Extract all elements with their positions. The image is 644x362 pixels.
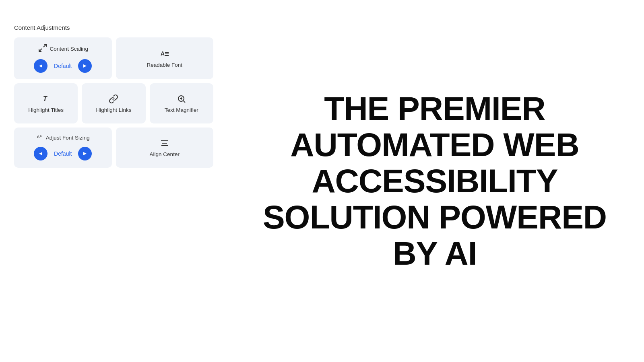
font-sizing-value: Default [54, 150, 72, 157]
hero-line3: ACCESSIBILITY [263, 163, 607, 199]
row3: A $ Adjust Font Sizing Default [14, 128, 213, 168]
content-scaling-header: Content Scaling [38, 43, 88, 54]
align-center-label: Align Center [150, 151, 180, 157]
hero-line4: SOLUTION POWERED [263, 199, 607, 235]
highlight-links-card[interactable]: Highlight Links [82, 83, 145, 123]
align-center-icon [160, 138, 169, 148]
svg-text:T: T [43, 95, 47, 102]
hero-line1: THE PREMIER [263, 90, 607, 127]
text-magnifier-label: Text Magnifier [165, 107, 198, 113]
row2: T Highlight Titles Highlight Links [14, 83, 213, 123]
highlight-titles-icon: T [41, 94, 51, 104]
section-title: Content Adjustments [14, 24, 213, 31]
align-center-card[interactable]: Align Center [116, 128, 214, 168]
font-sizing-decrement[interactable] [34, 147, 47, 160]
text-magnifier-icon [177, 94, 186, 104]
readable-font-card[interactable]: A Readable Font [116, 37, 214, 79]
content-scaling-controls: Default [21, 59, 105, 73]
content-scaling-increment[interactable] [78, 59, 92, 73]
right-panel: THE PREMIER AUTOMATED WEB ACCESSIBILITY … [225, 0, 644, 362]
highlight-titles-card[interactable]: T Highlight Titles [14, 83, 78, 123]
hero-text: THE PREMIER AUTOMATED WEB ACCESSIBILITY … [263, 90, 607, 272]
adjust-font-sizing-card: A $ Adjust Font Sizing Default [14, 128, 112, 168]
content-scaling-card: Content Scaling Default [14, 37, 112, 79]
content-scaling-label: Content Scaling [50, 46, 88, 52]
highlight-links-label: Highlight Links [96, 107, 132, 113]
svg-line-0 [43, 44, 46, 47]
left-panel: Content Adjustments Content Scaling [0, 0, 225, 192]
content-scaling-icon [38, 43, 47, 54]
svg-text:A: A [161, 50, 165, 57]
hero-line5: BY AI [263, 235, 607, 272]
svg-text:$: $ [40, 134, 42, 137]
svg-text:A: A [37, 134, 39, 139]
readable-font-icon: A [160, 49, 169, 59]
hero-line2: AUTOMATED WEB [263, 127, 607, 163]
font-sizing-increment[interactable] [78, 147, 92, 160]
adjust-font-sizing-header: A $ Adjust Font Sizing [36, 133, 90, 142]
svg-line-8 [183, 101, 185, 102]
text-magnifier-card[interactable]: Text Magnifier [150, 83, 213, 123]
row1: Content Scaling Default A [14, 37, 213, 79]
readable-font-label: Readable Font [147, 62, 182, 68]
highlight-titles-label: Highlight Titles [28, 107, 64, 113]
content-scaling-value: Default [54, 63, 72, 69]
content-scaling-decrement[interactable] [34, 59, 47, 73]
adjust-font-sizing-label: Adjust Font Sizing [46, 135, 90, 141]
svg-line-1 [39, 49, 42, 51]
adjust-font-sizing-controls: Default [21, 147, 105, 160]
highlight-links-icon [109, 94, 118, 104]
adjust-font-icon: A $ [36, 133, 43, 142]
